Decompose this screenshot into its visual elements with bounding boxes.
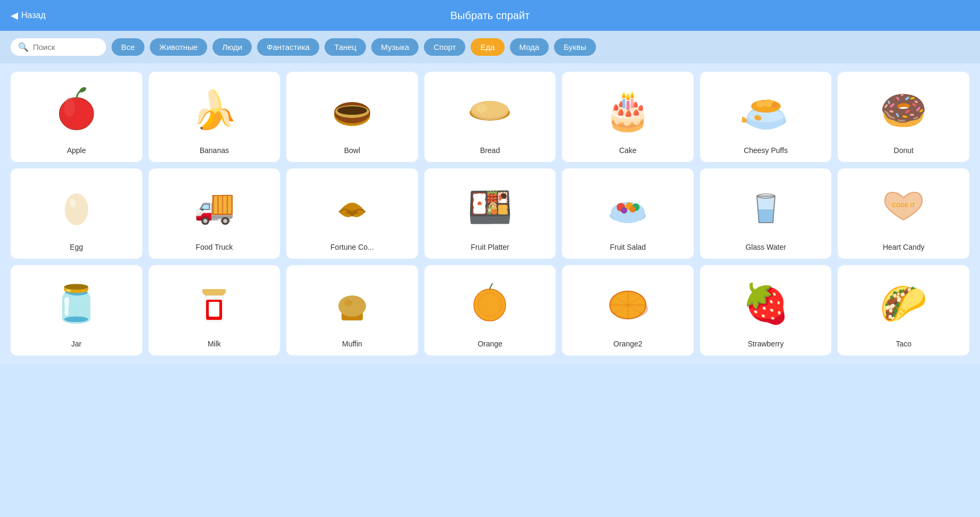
sprite-label-cheesy-puffs: Cheesy Puffs	[744, 146, 788, 155]
sprite-card-orange2[interactable]: Orange2	[562, 265, 694, 355]
svg-point-30	[65, 193, 88, 225]
sprite-card-bread[interactable]: Bread	[424, 72, 556, 162]
sprite-label-heart-candy: Heart Candy	[883, 243, 925, 251]
sprite-image-jar: 🫙	[17, 274, 136, 333]
sprite-card-donut[interactable]: 🍩Donut	[838, 72, 969, 162]
filter-buttons: ВсеЖивотныеЛюдиФантастикаТанецМузыкаСпор…	[112, 38, 596, 56]
sprite-label-glass-water: Glass Water	[745, 243, 786, 251]
sprite-label-taco: Taco	[896, 340, 911, 348]
svg-point-1	[64, 98, 75, 117]
sprite-card-strawberry[interactable]: 🍓Strawberry	[700, 265, 832, 355]
sprite-image-fruit-salad	[568, 177, 687, 236]
svg-rect-40	[758, 209, 774, 223]
svg-point-38	[621, 207, 627, 214]
header: ◀ Назад Выбрать спрайт	[0, 0, 980, 31]
filter-btn-music[interactable]: Музыка	[371, 38, 419, 56]
sprite-image-strawberry: 🍓	[706, 274, 825, 333]
svg-point-0	[59, 98, 93, 130]
sprite-label-orange2: Orange2	[613, 340, 642, 348]
sprite-label-muffin: Muffin	[342, 340, 362, 348]
filter-bar: 🔍 ВсеЖивотныеЛюдиФантастикаТанецМузыкаСп…	[0, 31, 980, 63]
sprite-card-cheesy-puffs[interactable]: Cheesy Puffs	[700, 72, 832, 162]
filter-btn-all[interactable]: Все	[112, 38, 144, 56]
sprite-image-bananas: 🍌	[155, 80, 274, 140]
sprite-label-fruit-salad: Fruit Salad	[610, 243, 646, 251]
sprite-card-fruit-salad[interactable]: Fruit Salad	[562, 168, 694, 259]
svg-point-6	[337, 106, 367, 115]
sprite-card-milk[interactable]: Milk	[149, 265, 280, 355]
sprite-image-milk	[155, 274, 274, 333]
sprite-card-jar[interactable]: 🫙Jar	[11, 265, 142, 355]
filter-btn-letters[interactable]: Буквы	[554, 38, 595, 56]
sprite-image-bowl	[293, 80, 412, 140]
search-icon: 🔍	[18, 42, 29, 52]
sprite-label-orange: Orange	[478, 340, 502, 348]
filter-btn-fashion[interactable]: Мода	[510, 38, 549, 56]
sprite-image-orange2	[568, 274, 687, 333]
sprite-card-egg[interactable]: Egg	[11, 168, 142, 259]
sprite-label-egg: Egg	[70, 243, 83, 251]
svg-point-47	[338, 295, 366, 317]
sprite-card-glass-water[interactable]: Glass Water	[700, 168, 832, 259]
sprite-label-fortune-cookie: Fortune Co...	[330, 243, 374, 251]
sprite-image-bread	[431, 80, 550, 140]
filter-btn-people[interactable]: Люди	[212, 38, 252, 56]
search-box: 🔍	[11, 38, 106, 56]
sprite-image-fruit-platter: 🍱	[431, 177, 550, 236]
sprite-card-muffin[interactable]: Muffin	[286, 265, 418, 355]
filter-btn-dance[interactable]: Танец	[325, 38, 366, 56]
back-button[interactable]: ◀ Назад	[11, 10, 46, 21]
page-title: Выбрать спрайт	[450, 10, 530, 22]
sprite-label-milk: Milk	[208, 340, 221, 348]
sprite-card-food-truck[interactable]: 🚚Food Truck	[149, 168, 280, 259]
filter-btn-sport[interactable]: Спорт	[424, 38, 465, 56]
sprite-image-cheesy-puffs	[706, 80, 825, 140]
sprite-image-heart-candy: CODE IT	[844, 177, 963, 236]
svg-point-10	[476, 104, 487, 113]
sprite-image-food-truck: 🚚	[155, 177, 274, 236]
svg-point-39	[629, 206, 636, 213]
sprite-image-donut: 🍩	[844, 80, 963, 140]
back-arrow-icon: ◀	[11, 10, 18, 21]
sprite-label-food-truck: Food Truck	[195, 243, 233, 251]
sprite-label-bowl: Bowl	[344, 146, 360, 155]
sprite-image-apple	[17, 80, 136, 140]
svg-point-31	[70, 199, 76, 207]
sprite-label-bread: Bread	[480, 146, 500, 155]
back-label: Назад	[21, 11, 46, 20]
sprite-card-heart-candy[interactable]: CODE ITHeart Candy	[838, 168, 969, 259]
sprite-card-fortune-cookie[interactable]: Fortune Co...	[286, 168, 418, 259]
filter-btn-animals[interactable]: Животные	[150, 38, 207, 56]
sprite-card-apple[interactable]: Apple	[11, 72, 142, 162]
svg-point-48	[344, 300, 353, 306]
sprite-card-bowl[interactable]: Bowl	[286, 72, 418, 162]
sprite-label-fruit-platter: Fruit Platter	[471, 243, 509, 251]
sprite-label-strawberry: Strawberry	[748, 340, 784, 348]
sprite-card-cake[interactable]: 🎂Cake	[562, 72, 694, 162]
sprite-image-cake: 🎂	[568, 80, 687, 140]
sprite-label-donut: Donut	[894, 146, 914, 155]
sprite-grid: Apple🍌BananasBowlBread🎂CakeCheesy Puffs🍩…	[11, 72, 969, 355]
sprite-label-cake: Cake	[619, 146, 637, 155]
sprite-card-fruit-platter[interactable]: 🍱Fruit Platter	[424, 168, 556, 259]
sprite-card-orange[interactable]: Orange	[424, 265, 556, 355]
svg-point-27	[756, 101, 765, 107]
sprite-image-glass-water	[706, 177, 825, 236]
sprite-image-fortune-cookie	[293, 177, 412, 236]
search-input[interactable]	[33, 43, 91, 52]
sprite-image-muffin	[293, 274, 412, 333]
sprite-label-jar: Jar	[71, 340, 81, 348]
filter-btn-food[interactable]: Еда	[471, 38, 504, 56]
sprite-image-taco: 🌮	[844, 274, 963, 333]
svg-point-32	[346, 210, 359, 215]
svg-point-29	[771, 103, 779, 108]
sprite-card-bananas[interactable]: 🍌Bananas	[149, 72, 280, 162]
sprite-label-apple: Apple	[67, 146, 86, 155]
sprite-image-egg	[17, 177, 136, 236]
filter-btn-fantasy[interactable]: Фантастика	[257, 38, 319, 56]
svg-rect-45	[209, 302, 219, 317]
grid-area: Apple🍌BananasBowlBread🎂CakeCheesy Puffs🍩…	[0, 63, 980, 364]
svg-text:CODE IT: CODE IT	[892, 202, 916, 208]
sprite-card-taco[interactable]: 🌮Taco	[838, 265, 969, 355]
sprite-image-orange	[431, 274, 550, 333]
